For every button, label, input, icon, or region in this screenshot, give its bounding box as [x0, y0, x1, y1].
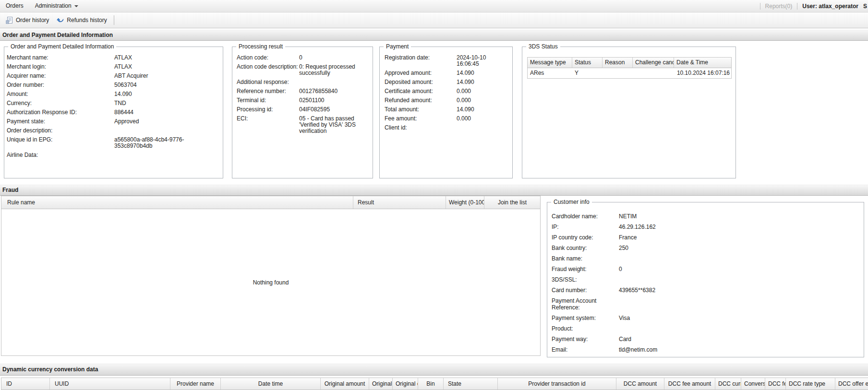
field-label: Total amount:	[385, 106, 457, 113]
three-ds-table-row: AResY10.10.2024 16:07:16	[528, 68, 731, 78]
fraud-column-header: Join the list	[484, 196, 540, 209]
field-row: Reference number: 001276855840	[237, 88, 369, 95]
fraud-table-body: Nothing found	[1, 209, 540, 355]
field-label: Refunded amount:	[385, 97, 457, 104]
field-label: Terminal id:	[237, 97, 299, 104]
order-history-icon	[6, 16, 13, 24]
field-row: ECI: 05 - Card has passed 'Verified by V…	[237, 116, 369, 134]
field-label: Bank name:	[552, 255, 619, 262]
field-label: Cardholder name:	[552, 213, 619, 220]
field-value: 001276855840	[299, 88, 369, 95]
section-header-dcc: Dynamic currency conversion data	[0, 364, 868, 376]
dcc-column-header: DCC fee amount	[664, 378, 715, 390]
field-value: ATLAX	[114, 64, 220, 70]
field-label: Acquirer name:	[7, 73, 114, 79]
signout-link-partial[interactable]: S	[863, 3, 867, 10]
dcc-column-header: State	[444, 378, 498, 390]
refunds-history-label: Refunds history	[67, 17, 107, 24]
processing-result-fieldset: Processing result Action code: 0 Action …	[232, 47, 373, 178]
field-row: Authorization Response ID: 886444	[7, 109, 220, 116]
field-value: ABT Acquirer	[114, 73, 220, 79]
field-row: IP: 46.29.126.162	[552, 224, 860, 230]
field-value: 05 - Card has passed 'Verified by VISA' …	[299, 116, 369, 134]
field-row: Email: tld@netim.com	[552, 346, 860, 353]
field-label: Deposited amount:	[385, 79, 457, 85]
field-row: Terminal id: 02501100	[237, 97, 369, 104]
three-ds-table: Message typeStatusReasonChallenge cancel…	[527, 57, 732, 79]
field-label: IP:	[552, 224, 619, 230]
field-row: Payment system: Visa	[552, 315, 860, 321]
dcc-column-header: DCC curr	[715, 378, 741, 390]
field-label: Bank country:	[552, 245, 619, 251]
dcc-column-header: DCC rate type	[786, 378, 835, 390]
field-label: Merchant login:	[7, 64, 114, 70]
three-ds-cell: Y	[572, 68, 603, 78]
dcc-column-header: Conversi	[741, 378, 765, 390]
fraud-column-header: Result	[353, 196, 446, 209]
order-history-button[interactable]: Order history	[2, 14, 53, 26]
field-label: Authorization Response ID:	[7, 109, 114, 116]
field-value	[114, 152, 220, 158]
field-label: 3DS/SSL:	[552, 276, 619, 283]
field-row: Cardholder name: NETIM	[552, 213, 860, 220]
field-value: 0	[299, 55, 369, 61]
field-value: 46.29.126.162	[619, 224, 860, 230]
current-user-label: User: atlax_operator	[802, 3, 858, 10]
field-value: Card	[619, 336, 860, 343]
order-info-rows: Merchant name: ATLAX Merchant login: ATL…	[4, 47, 223, 158]
toolbar: Order history Refunds history	[0, 12, 868, 28]
dcc-column-header: Provider transaction id	[498, 378, 616, 390]
menu-administration[interactable]: Administration	[29, 0, 84, 12]
field-row: Merchant login: ATLAX	[7, 64, 220, 70]
refunds-history-icon	[57, 16, 64, 24]
dcc-column-header: Original c	[393, 378, 418, 390]
field-value: 250	[619, 245, 860, 251]
field-row: Product:	[552, 325, 860, 332]
dcc-column-header: ID	[1, 378, 50, 390]
field-value: 14.090	[457, 79, 508, 85]
field-label: ECI:	[237, 116, 299, 134]
field-value	[619, 325, 860, 332]
field-row: Processing id: 04IF082595	[237, 106, 369, 113]
field-label: Payment way:	[552, 336, 619, 343]
section-header-fraud: Fraud	[0, 185, 868, 196]
refunds-history-button[interactable]: Refunds history	[53, 14, 110, 26]
field-row: Bank country: 250	[552, 245, 860, 251]
menu-reports[interactable]: Reports(0)	[765, 3, 793, 10]
field-label: Processing id:	[237, 106, 299, 113]
field-value: 14.090	[457, 70, 508, 76]
field-value: 5063704	[114, 82, 220, 88]
field-value: NETIM	[619, 213, 860, 220]
field-label: Reference number:	[237, 88, 299, 95]
field-value: 0: Request processed successfully	[299, 64, 369, 76]
field-label: Approved amount:	[385, 70, 457, 76]
field-row: Action code: 0	[237, 55, 369, 61]
field-label: Currency:	[7, 100, 114, 106]
three-ds-table-header: Message typeStatusReasonChallenge cancel…	[528, 58, 731, 68]
field-label: Order description:	[7, 128, 114, 134]
toolbar-separator	[114, 15, 114, 25]
field-label: Product:	[552, 325, 619, 332]
field-row: 3DS/SSL:	[552, 276, 860, 283]
field-label: Additional response:	[237, 79, 299, 85]
order-info-legend: Order and Payment Detailed Information	[8, 43, 116, 50]
field-label: Order number:	[7, 82, 114, 88]
field-value: 14.090	[114, 91, 220, 97]
field-label: Payment Account Reference:	[552, 297, 619, 311]
chevron-down-icon	[74, 5, 78, 7]
field-label: Email:	[552, 346, 619, 353]
customer-info-legend: Customer info	[551, 199, 592, 206]
field-value: 0.000	[457, 88, 508, 95]
fraud-empty-message: Nothing found	[1, 279, 540, 286]
menu-orders[interactable]: Orders	[0, 0, 29, 12]
field-row: Action code description: 0: Request proc…	[237, 64, 369, 76]
field-value: 04IF082595	[299, 106, 369, 113]
field-label: Merchant name:	[7, 55, 114, 61]
field-value	[619, 297, 860, 311]
dcc-table-header: IDUUIDProvider nameDate timeOriginal amo…	[1, 378, 868, 390]
menu-orders-label: Orders	[6, 0, 24, 12]
three-ds-column-header: Date & Time	[674, 58, 731, 68]
dcc-column-header: DCC fee	[765, 378, 786, 390]
three-ds-column-header: Reason	[603, 58, 633, 68]
three-ds-fieldset: 3DS Status Message typeStatusReasonChall…	[522, 47, 736, 178]
